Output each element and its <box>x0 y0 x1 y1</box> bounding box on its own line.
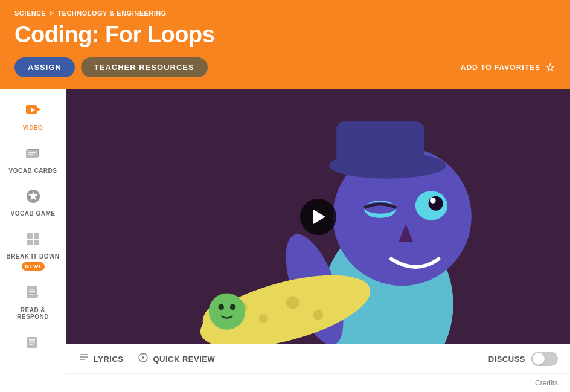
sidebar-item-more[interactable] <box>0 326 66 362</box>
svg-point-44 <box>218 304 224 310</box>
lyrics-icon <box>78 352 89 365</box>
svg-rect-16 <box>29 294 33 295</box>
breadcrumb-separator: > <box>50 10 54 17</box>
sidebar-item-vocab-cards[interactable]: VOCAB CARDS <box>0 137 66 180</box>
sidebar-vocab-game-label: VOCAB GAME <box>11 210 56 217</box>
credits-label[interactable]: Credits <box>535 379 558 387</box>
new-badge: NEW! <box>22 262 45 271</box>
video-wrapper[interactable] <box>66 89 570 344</box>
svg-point-33 <box>430 198 436 204</box>
page-title: Coding: For Loops <box>14 22 556 48</box>
video-tabs-left: LYRICS QUICK REVIEW <box>78 352 229 365</box>
svg-point-40 <box>259 314 268 323</box>
more-icon <box>25 335 41 354</box>
quick-review-tab[interactable]: QUICK REVIEW <box>138 352 215 365</box>
discuss-area: DISCUSS <box>488 352 558 366</box>
sidebar: VIDEO VOCAB CARDS VOCAB GAME <box>0 89 66 392</box>
svg-rect-9 <box>27 233 33 239</box>
svg-marker-1 <box>37 107 40 112</box>
svg-rect-10 <box>34 233 39 239</box>
sidebar-video-label: VIDEO <box>23 124 43 131</box>
video-icon <box>25 103 41 122</box>
hero-actions: ASSIGN TEACHER RESOURCES ADD TO FAVORITE… <box>14 57 556 77</box>
credits-bar: Credits <box>66 373 570 392</box>
svg-rect-28 <box>336 121 424 169</box>
svg-rect-15 <box>29 291 35 292</box>
content-area: LYRICS QUICK REVIEW <box>66 89 570 392</box>
vocab-cards-icon <box>25 146 41 165</box>
star-icon: ☆ <box>545 61 556 74</box>
sidebar-item-break-it-down[interactable]: BREAK IT DOWN NEW! <box>0 223 66 277</box>
break-it-down-icon <box>25 231 41 251</box>
svg-point-42 <box>313 310 324 320</box>
sidebar-break-it-down-label: BREAK IT DOWN <box>6 253 59 260</box>
sidebar-item-vocab-game[interactable]: VOCAB GAME <box>0 180 66 223</box>
sidebar-item-video[interactable]: VIDEO <box>0 94 66 137</box>
discuss-toggle[interactable] <box>531 352 558 366</box>
sidebar-read-respond-label: READ & RESPOND <box>6 307 60 320</box>
video-container: LYRICS QUICK REVIEW <box>66 89 570 373</box>
video-controls-bar: LYRICS QUICK REVIEW <box>66 344 570 373</box>
quick-review-icon <box>138 352 149 365</box>
hero-buttons: ASSIGN TEACHER RESOURCES <box>14 57 208 77</box>
play-triangle-icon <box>313 210 325 224</box>
svg-point-32 <box>429 196 443 211</box>
lyrics-label: LYRICS <box>94 355 123 364</box>
teacher-resources-button[interactable]: TEACHER RESOURCES <box>81 57 208 77</box>
play-button[interactable] <box>300 199 336 235</box>
read-respond-icon <box>25 285 41 304</box>
svg-point-50 <box>142 356 144 359</box>
breadcrumb: SCIENCE > TECHNOLOGY & ENGINEERING <box>14 10 556 17</box>
svg-point-45 <box>230 304 236 310</box>
add-to-favorites-button[interactable]: ADD TO FAVORITES ☆ <box>461 61 556 74</box>
svg-rect-12 <box>34 240 39 245</box>
assign-button[interactable]: ASSIGN <box>14 57 75 77</box>
svg-rect-4 <box>26 150 38 158</box>
sidebar-vocab-cards-label: VOCAB CARDS <box>9 167 57 174</box>
svg-rect-14 <box>29 289 35 290</box>
breadcrumb-tech-engineering[interactable]: TECHNOLOGY & ENGINEERING <box>57 10 166 17</box>
svg-rect-11 <box>27 240 33 245</box>
svg-rect-13 <box>27 286 37 298</box>
svg-point-43 <box>209 293 245 329</box>
vocab-game-icon <box>25 188 41 208</box>
lyrics-tab[interactable]: LYRICS <box>78 352 123 365</box>
breadcrumb-science[interactable]: SCIENCE <box>14 10 46 17</box>
toggle-knob <box>533 353 545 365</box>
hero-section: SCIENCE > TECHNOLOGY & ENGINEERING Codin… <box>0 0 570 89</box>
sidebar-item-read-respond[interactable]: READ & RESPOND <box>0 277 66 326</box>
discuss-label: DISCUSS <box>488 355 525 364</box>
main-content: VIDEO VOCAB CARDS VOCAB GAME <box>0 89 570 392</box>
add-favorites-label: ADD TO FAVORITES <box>461 63 540 72</box>
svg-point-41 <box>286 296 299 309</box>
quick-review-label: QUICK REVIEW <box>153 355 215 364</box>
